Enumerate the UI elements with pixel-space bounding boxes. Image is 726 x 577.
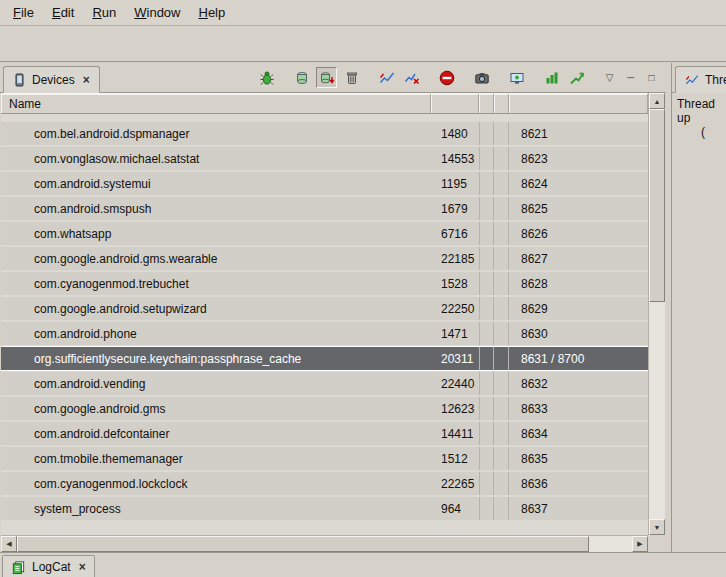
horizontal-scrollbar[interactable]: ◀ ▶ [1, 535, 648, 552]
tab-devices[interactable]: Devices × [3, 66, 100, 93]
process-spacer2 [494, 322, 509, 345]
process-port: 8626 [509, 227, 648, 241]
bottom-bar: LogCat × [0, 552, 726, 577]
process-port: 8637 [509, 502, 648, 516]
process-pid: 22250 [431, 302, 479, 316]
dump-hprof-icon[interactable] [316, 67, 337, 88]
tab-threads[interactable]: Threads × [675, 66, 726, 93]
process-name: com.bel.android.dspmanager [1, 127, 431, 141]
process-name: org.sufficientlysecure.keychain:passphra… [1, 352, 431, 366]
process-pid: 14411 [431, 427, 479, 441]
process-spacer2 [494, 397, 509, 420]
threads-icon [685, 73, 699, 87]
close-icon[interactable]: × [81, 73, 90, 87]
devices-panel: Devices × [0, 63, 666, 552]
scroll-left-icon[interactable]: ◀ [1, 536, 17, 552]
process-port: 8630 [509, 327, 648, 341]
view-menu-icon[interactable]: ▽ [601, 67, 618, 88]
menu-item[interactable]: File [4, 2, 43, 23]
process-row[interactable]: com.cyanogenmod.lockclock 22265 8636 [1, 472, 648, 495]
process-pid: 22185 [431, 252, 479, 266]
column-header-spacer2[interactable] [494, 94, 509, 113]
process-spacer1 [479, 372, 494, 395]
process-pid: 1195 [431, 177, 479, 191]
process-spacer1 [479, 172, 494, 195]
cause-gc-icon[interactable] [341, 67, 362, 88]
process-row[interactable]: org.sufficientlysecure.keychain:passphra… [1, 347, 648, 370]
process-spacer1 [479, 397, 494, 420]
menu-item[interactable]: Run [83, 2, 125, 23]
process-row[interactable]: com.android.defcontainer 14411 8634 [1, 422, 648, 445]
process-row[interactable]: com.android.smspush 1679 8625 [1, 197, 648, 220]
process-row[interactable]: com.whatsapp 6716 8626 [1, 222, 648, 245]
process-row[interactable]: system_process 964 8637 [1, 497, 648, 520]
start-method-profiling-icon[interactable] [401, 67, 422, 88]
process-name: com.google.android.gms.wearable [1, 252, 431, 266]
process-spacer2 [494, 472, 509, 495]
heap-columns-icon[interactable] [541, 67, 562, 88]
column-header-name[interactable]: Name [1, 94, 431, 113]
process-port: 8625 [509, 202, 648, 216]
network-stats-icon[interactable] [566, 67, 587, 88]
vertical-scrollbar[interactable]: ▲ ▼ [648, 93, 665, 535]
devices-table: Name com.bel.android.dspmanager 1480 [1, 93, 665, 552]
column-header-port[interactable] [509, 94, 648, 113]
tab-threads-label: Threads [705, 73, 726, 87]
device-icon [13, 73, 26, 87]
column-header-spacer1[interactable] [479, 94, 494, 113]
process-name: com.android.defcontainer [1, 427, 431, 441]
process-spacer2 [494, 172, 509, 195]
close-icon[interactable]: × [77, 560, 86, 574]
update-heap-icon[interactable] [291, 67, 312, 88]
process-spacer2 [494, 347, 509, 370]
process-row[interactable]: com.tmobile.thememanager 1512 8635 [1, 447, 648, 470]
process-port: 8633 [509, 402, 648, 416]
process-name: com.android.smspush [1, 202, 431, 216]
stop-process-icon[interactable] [436, 67, 457, 88]
horizontal-scroll-thumb[interactable] [17, 536, 589, 552]
process-spacer2 [494, 247, 509, 270]
process-spacer2 [494, 497, 509, 520]
update-threads-icon[interactable] [376, 67, 397, 88]
process-name: com.android.vending [1, 377, 431, 391]
screen-capture-icon[interactable] [471, 67, 492, 88]
process-name: com.google.android.setupwizard [1, 302, 431, 316]
process-row[interactable]: com.google.android.setupwizard 22250 862… [1, 297, 648, 320]
screen-record-icon[interactable] [506, 67, 527, 88]
scroll-right-icon[interactable]: ▶ [632, 536, 648, 552]
column-header-pid[interactable] [431, 94, 479, 113]
tab-logcat[interactable]: LogCat × [2, 555, 95, 577]
menu-item[interactable]: Window [125, 2, 189, 23]
tab-logcat-label: LogCat [32, 560, 71, 574]
process-spacer2 [494, 222, 509, 245]
process-name: com.vonglasow.michael.satstat [1, 152, 431, 166]
minimize-icon[interactable]: ─ [622, 67, 639, 88]
process-port: 8623 [509, 152, 648, 166]
process-row[interactable]: com.android.vending 22440 8632 [1, 372, 648, 395]
process-row[interactable]: com.vonglasow.michael.satstat 14553 8623 [1, 147, 648, 170]
scrollbar-corner [648, 535, 665, 552]
menu-item[interactable]: Edit [43, 2, 83, 23]
process-pid: 1512 [431, 452, 479, 466]
process-row[interactable]: com.cyanogenmod.trebuchet 1528 8628 [1, 272, 648, 295]
process-port: 8628 [509, 277, 648, 291]
horizontal-scroll-track[interactable] [17, 536, 632, 552]
process-name: com.cyanogenmod.trebuchet [1, 277, 431, 291]
vertical-scroll-thumb[interactable] [649, 109, 665, 302]
process-spacer1 [479, 497, 494, 520]
devices-tabs-row: Devices × [0, 63, 666, 93]
process-row[interactable]: com.bel.android.dspmanager 1480 8621 [1, 122, 648, 145]
maximize-icon[interactable]: □ [643, 67, 660, 88]
debug-process-icon[interactable] [256, 67, 277, 88]
vertical-scroll-track[interactable] [649, 109, 665, 519]
process-pid: 1471 [431, 327, 479, 341]
menu-item[interactable]: Help [189, 2, 234, 23]
process-row[interactable]: com.google.android.gms 12623 8633 [1, 397, 648, 420]
logcat-icon [11, 560, 26, 575]
scroll-up-icon[interactable]: ▲ [649, 93, 665, 109]
process-row[interactable]: com.android.phone 1471 8630 [1, 322, 648, 345]
threads-message: Thread up ( [672, 93, 726, 552]
scroll-down-icon[interactable]: ▼ [649, 519, 665, 535]
process-row[interactable]: com.google.android.gms.wearable 22185 86… [1, 247, 648, 270]
process-row[interactable]: com.android.systemui 1195 8624 [1, 172, 648, 195]
